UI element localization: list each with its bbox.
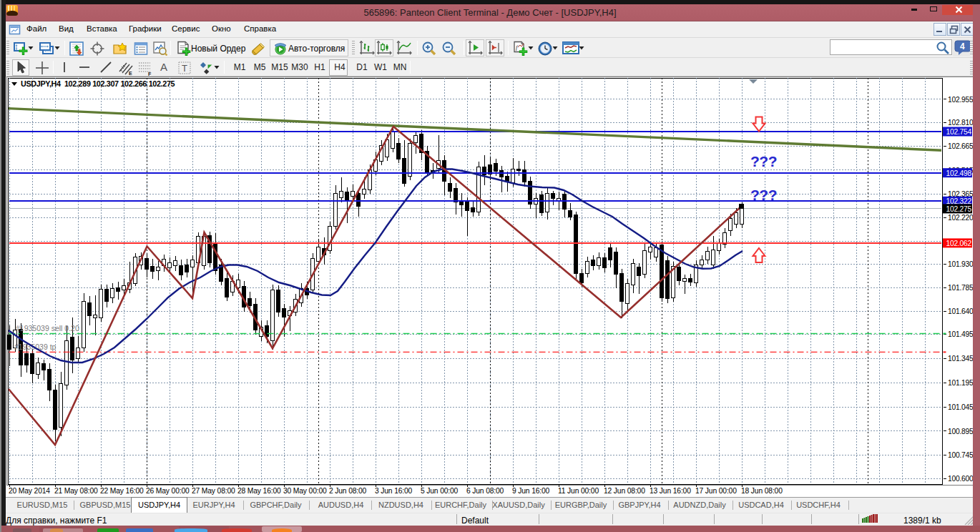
svg-text:102.665: 102.665	[948, 142, 974, 150]
svg-text:101.195: 101.195	[948, 379, 974, 387]
svg-text:12 Jun 08:00: 12 Jun 08:00	[604, 487, 645, 495]
svg-text:101.045: 101.045	[948, 403, 974, 411]
svg-text:102.955: 102.955	[948, 96, 974, 104]
svg-text:100.895: 100.895	[948, 428, 974, 435]
svg-text:100.745: 100.745	[948, 451, 974, 459]
svg-text:17 Jun 00:00: 17 Jun 00:00	[695, 487, 737, 495]
svg-text:27 May 08:00: 27 May 08:00	[192, 487, 235, 495]
svg-text:2 Jun 08:00: 2 Jun 08:00	[329, 487, 367, 495]
svg-text:6 Jun 08:00: 6 Jun 08:00	[466, 487, 504, 495]
svg-text:USDJPY,H4 102.289 102.307 102: USDJPY,H4 102.289 102.307 102.266 102.27…	[21, 79, 175, 88]
svg-text:#1935039 tp: #1935039 tp	[14, 343, 57, 351]
svg-text:18 Jun 08:00: 18 Jun 08:00	[741, 487, 783, 495]
svg-text:101.930: 101.930	[948, 260, 974, 268]
svg-text:11 Jun 00:00: 11 Jun 00:00	[558, 487, 599, 495]
svg-text:21 May 08:00: 21 May 08:00	[54, 487, 98, 495]
svg-text:26 May 00:00: 26 May 00:00	[146, 487, 190, 495]
svg-text:102.275: 102.275	[946, 205, 972, 213]
svg-text:102.220: 102.220	[948, 214, 974, 222]
svg-text:101.640: 101.640	[948, 307, 974, 315]
svg-text:102.810: 102.810	[948, 119, 974, 127]
svg-text:20 May 2014: 20 May 2014	[9, 487, 50, 495]
svg-text:9 Jun 16:00: 9 Jun 16:00	[512, 487, 550, 495]
svg-text:101.345: 101.345	[948, 355, 974, 363]
svg-text:???: ???	[750, 153, 777, 169]
svg-text:101.495: 101.495	[948, 330, 974, 338]
svg-text:22 May 16:00: 22 May 16:00	[100, 487, 144, 495]
svg-text:101.785: 101.785	[948, 284, 974, 292]
svg-text:13 Jun 16:00: 13 Jun 16:00	[650, 487, 691, 495]
svg-text:#1935039 sell 0.20: #1935039 sell 0.20	[16, 324, 79, 332]
svg-text:102.498: 102.498	[946, 169, 972, 177]
svg-text:100.600: 100.600	[948, 475, 974, 483]
svg-text:102.754: 102.754	[946, 128, 972, 136]
svg-text:28 May 16:00: 28 May 16:00	[237, 487, 281, 495]
svg-text:???: ???	[750, 187, 777, 203]
svg-text:30 May 00:00: 30 May 00:00	[283, 487, 327, 495]
svg-text:102.062: 102.062	[946, 240, 972, 247]
svg-text:5 Jun 00:00: 5 Jun 00:00	[421, 487, 459, 495]
svg-text:3 Jun 16:00: 3 Jun 16:00	[375, 487, 413, 495]
